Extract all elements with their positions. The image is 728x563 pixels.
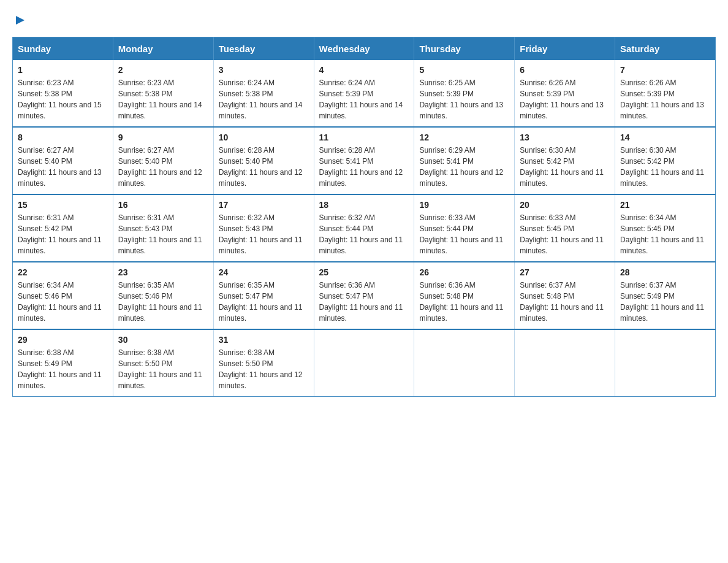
day-number: 16 [118,200,208,210]
calendar-cell: 7 Sunrise: 6:26 AM Sunset: 5:39 PM Dayli… [615,60,716,127]
column-header-sunday: Sunday [13,37,113,61]
day-info: Sunrise: 6:37 AM Sunset: 5:48 PM Dayligh… [520,280,610,324]
day-number: 20 [520,200,610,210]
day-info: Sunrise: 6:38 AM Sunset: 5:49 PM Dayligh… [18,347,108,391]
calendar-cell: 6 Sunrise: 6:26 AM Sunset: 5:39 PM Dayli… [515,60,615,127]
svg-marker-0 [16,16,25,25]
day-number: 4 [319,65,409,75]
day-number: 1 [18,65,108,75]
day-info: Sunrise: 6:28 AM Sunset: 5:40 PM Dayligh… [219,145,309,189]
day-number: 14 [620,132,710,142]
calendar-week-row: 8 Sunrise: 6:27 AM Sunset: 5:40 PM Dayli… [13,127,716,194]
day-info: Sunrise: 6:31 AM Sunset: 5:42 PM Dayligh… [18,212,108,256]
day-number: 7 [620,65,710,75]
day-info: Sunrise: 6:33 AM Sunset: 5:45 PM Dayligh… [520,212,610,256]
day-info: Sunrise: 6:30 AM Sunset: 5:42 PM Dayligh… [520,145,610,189]
calendar-cell: 31 Sunrise: 6:38 AM Sunset: 5:50 PM Dayl… [213,329,314,397]
calendar-cell: 28 Sunrise: 6:37 AM Sunset: 5:49 PM Dayl… [615,262,716,329]
calendar-cell: 29 Sunrise: 6:38 AM Sunset: 5:49 PM Dayl… [13,329,113,397]
day-info: Sunrise: 6:38 AM Sunset: 5:50 PM Dayligh… [118,347,208,391]
calendar-cell [414,329,515,397]
calendar-cell: 26 Sunrise: 6:36 AM Sunset: 5:48 PM Dayl… [414,262,515,329]
day-info: Sunrise: 6:25 AM Sunset: 5:39 PM Dayligh… [419,77,509,121]
column-header-tuesday: Tuesday [213,37,314,61]
day-info: Sunrise: 6:32 AM Sunset: 5:43 PM Dayligh… [219,212,309,256]
calendar-cell: 5 Sunrise: 6:25 AM Sunset: 5:39 PM Dayli… [414,60,515,127]
calendar-cell: 23 Sunrise: 6:35 AM Sunset: 5:46 PM Dayl… [113,262,213,329]
logo [12,12,27,27]
day-info: Sunrise: 6:32 AM Sunset: 5:44 PM Dayligh… [319,212,409,256]
day-number: 3 [219,65,309,75]
day-number: 30 [118,335,208,345]
day-number: 6 [520,65,610,75]
day-number: 8 [18,132,108,142]
day-number: 9 [118,132,208,142]
day-info: Sunrise: 6:23 AM Sunset: 5:38 PM Dayligh… [18,77,108,121]
calendar-cell: 30 Sunrise: 6:38 AM Sunset: 5:50 PM Dayl… [113,329,213,397]
calendar-week-row: 29 Sunrise: 6:38 AM Sunset: 5:49 PM Dayl… [13,329,716,397]
day-number: 28 [620,267,710,277]
calendar-cell: 4 Sunrise: 6:24 AM Sunset: 5:39 PM Dayli… [314,60,414,127]
calendar-cell: 14 Sunrise: 6:30 AM Sunset: 5:42 PM Dayl… [615,127,716,194]
day-info: Sunrise: 6:23 AM Sunset: 5:38 PM Dayligh… [118,77,208,121]
day-info: Sunrise: 6:37 AM Sunset: 5:49 PM Dayligh… [620,280,710,324]
day-info: Sunrise: 6:26 AM Sunset: 5:39 PM Dayligh… [620,77,710,121]
day-number: 27 [520,267,610,277]
calendar-cell: 3 Sunrise: 6:24 AM Sunset: 5:38 PM Dayli… [213,60,314,127]
calendar-cell: 2 Sunrise: 6:23 AM Sunset: 5:38 PM Dayli… [113,60,213,127]
calendar-cell: 27 Sunrise: 6:37 AM Sunset: 5:48 PM Dayl… [515,262,615,329]
day-number: 10 [219,132,309,142]
calendar-cell: 15 Sunrise: 6:31 AM Sunset: 5:42 PM Dayl… [13,194,113,262]
day-info: Sunrise: 6:27 AM Sunset: 5:40 PM Dayligh… [18,145,108,189]
day-info: Sunrise: 6:36 AM Sunset: 5:48 PM Dayligh… [419,280,509,324]
day-number: 15 [18,200,108,210]
day-number: 26 [419,267,509,277]
day-info: Sunrise: 6:36 AM Sunset: 5:47 PM Dayligh… [319,280,409,324]
day-number: 2 [118,65,208,75]
day-number: 23 [118,267,208,277]
day-info: Sunrise: 6:29 AM Sunset: 5:41 PM Dayligh… [419,145,509,189]
column-header-saturday: Saturday [615,37,716,61]
calendar-cell: 11 Sunrise: 6:28 AM Sunset: 5:41 PM Dayl… [314,127,414,194]
day-info: Sunrise: 6:34 AM Sunset: 5:45 PM Dayligh… [620,212,710,256]
calendar-cell: 1 Sunrise: 6:23 AM Sunset: 5:38 PM Dayli… [13,60,113,127]
calendar-cell: 16 Sunrise: 6:31 AM Sunset: 5:43 PM Dayl… [113,194,213,262]
day-info: Sunrise: 6:33 AM Sunset: 5:44 PM Dayligh… [419,212,509,256]
day-info: Sunrise: 6:24 AM Sunset: 5:39 PM Dayligh… [319,77,409,121]
calendar-cell: 21 Sunrise: 6:34 AM Sunset: 5:45 PM Dayl… [615,194,716,262]
calendar-cell: 17 Sunrise: 6:32 AM Sunset: 5:43 PM Dayl… [213,194,314,262]
day-number: 11 [319,132,409,142]
day-number: 21 [620,200,710,210]
calendar-cell: 13 Sunrise: 6:30 AM Sunset: 5:42 PM Dayl… [515,127,615,194]
calendar-cell [615,329,716,397]
day-number: 25 [319,267,409,277]
day-info: Sunrise: 6:24 AM Sunset: 5:38 PM Dayligh… [219,77,309,121]
day-info: Sunrise: 6:27 AM Sunset: 5:40 PM Dayligh… [118,145,208,189]
calendar-cell: 25 Sunrise: 6:36 AM Sunset: 5:47 PM Dayl… [314,262,414,329]
day-number: 17 [219,200,309,210]
calendar-cell: 18 Sunrise: 6:32 AM Sunset: 5:44 PM Dayl… [314,194,414,262]
calendar-cell [515,329,615,397]
calendar-week-row: 22 Sunrise: 6:34 AM Sunset: 5:46 PM Dayl… [13,262,716,329]
column-header-monday: Monday [113,37,213,61]
column-header-thursday: Thursday [414,37,515,61]
day-number: 18 [319,200,409,210]
day-info: Sunrise: 6:38 AM Sunset: 5:50 PM Dayligh… [219,347,309,391]
day-info: Sunrise: 6:35 AM Sunset: 5:47 PM Dayligh… [219,280,309,324]
calendar-cell: 12 Sunrise: 6:29 AM Sunset: 5:41 PM Dayl… [414,127,515,194]
calendar-week-row: 15 Sunrise: 6:31 AM Sunset: 5:42 PM Dayl… [13,194,716,262]
day-number: 31 [219,335,309,345]
day-info: Sunrise: 6:30 AM Sunset: 5:42 PM Dayligh… [620,145,710,189]
calendar-table: SundayMondayTuesdayWednesdayThursdayFrid… [12,37,716,397]
calendar-week-row: 1 Sunrise: 6:23 AM Sunset: 5:38 PM Dayli… [13,60,716,127]
day-number: 29 [18,335,108,345]
day-number: 5 [419,65,509,75]
day-info: Sunrise: 6:31 AM Sunset: 5:43 PM Dayligh… [118,212,208,256]
calendar-cell: 8 Sunrise: 6:27 AM Sunset: 5:40 PM Dayli… [13,127,113,194]
day-number: 13 [520,132,610,142]
calendar-cell: 19 Sunrise: 6:33 AM Sunset: 5:44 PM Dayl… [414,194,515,262]
day-info: Sunrise: 6:34 AM Sunset: 5:46 PM Dayligh… [18,280,108,324]
calendar-cell: 10 Sunrise: 6:28 AM Sunset: 5:40 PM Dayl… [213,127,314,194]
calendar-cell: 24 Sunrise: 6:35 AM Sunset: 5:47 PM Dayl… [213,262,314,329]
calendar-cell: 9 Sunrise: 6:27 AM Sunset: 5:40 PM Dayli… [113,127,213,194]
